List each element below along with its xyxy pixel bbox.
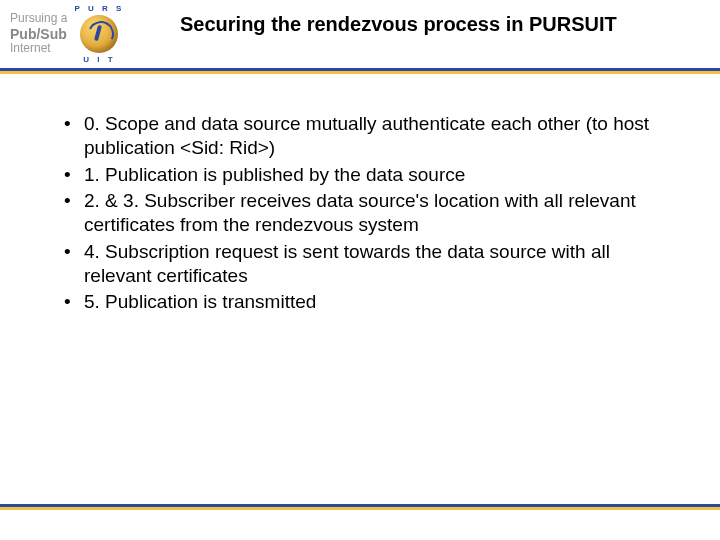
list-item: 5. Publication is transmitted	[60, 290, 660, 314]
footer-divider	[0, 504, 720, 510]
list-item: 0. Scope and data source mutually authen…	[60, 112, 660, 161]
globe-icon	[80, 15, 118, 53]
list-item: 2. & 3. Subscriber receives data source'…	[60, 189, 660, 238]
pursuit-logo-icon: P U R S U I T	[71, 6, 127, 62]
list-item: 1. Publication is published by the data …	[60, 163, 660, 187]
logo-line2: Pub/Sub	[10, 26, 67, 42]
slide-content: 0. Scope and data source mutually authen…	[0, 74, 720, 315]
slide-header: Pursuing a Pub/Sub Internet P U R S U I …	[0, 0, 720, 62]
logo-line3: Internet	[10, 42, 67, 56]
logo-block: Pursuing a Pub/Sub Internet P U R S U I …	[10, 6, 170, 62]
slide-title: Securing the rendezvous process in PURSU…	[180, 12, 710, 37]
logo-arc-top: P U R S	[71, 4, 127, 13]
logo-text: Pursuing a Pub/Sub Internet	[10, 6, 67, 56]
bullet-list: 0. Scope and data source mutually authen…	[60, 112, 660, 315]
logo-arc-bottom: U I T	[71, 55, 127, 64]
logo-line1: Pursuing a	[10, 12, 67, 26]
list-item: 4. Subscription request is sent towards …	[60, 240, 660, 289]
divider-yellow	[0, 507, 720, 510]
title-block: Securing the rendezvous process in PURSU…	[170, 6, 710, 37]
